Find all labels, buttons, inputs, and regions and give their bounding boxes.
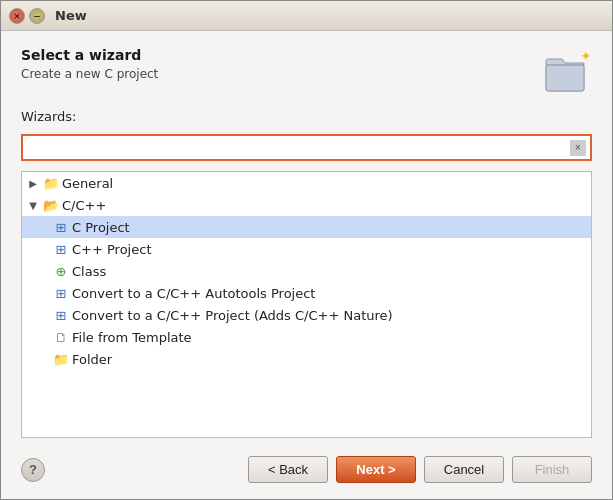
tree-label-convert-autotools: Convert to a C/C++ Autotools Project — [72, 286, 315, 301]
file-icon-convert-autotools: ⊞ — [53, 285, 69, 301]
finish-button[interactable]: Finish — [512, 456, 592, 483]
wizard-icon-svg: ✦ — [540, 47, 592, 99]
arrow-file-template — [36, 330, 50, 344]
select-wizard-subtitle: Create a new C project — [21, 67, 158, 81]
header-text: Select a wizard Create a new C project — [21, 47, 158, 81]
finish-label: Finish — [535, 462, 570, 477]
arrow-convert-nature — [36, 308, 50, 322]
wizards-label: Wizards: — [21, 109, 592, 124]
cancel-label: Cancel — [444, 462, 484, 477]
file-icon-template: 🗋 — [53, 329, 69, 345]
arrow-class — [36, 264, 50, 278]
icon-class: ⊕ — [53, 263, 69, 279]
close-icon: × — [13, 11, 21, 21]
next-button[interactable]: Next > — [336, 456, 416, 483]
select-wizard-title: Select a wizard — [21, 47, 158, 63]
back-button[interactable]: < Back — [248, 456, 328, 483]
tree-item-file-template[interactable]: 🗋 File from Template — [22, 326, 591, 348]
file-icon-cpp-project: ⊞ — [53, 241, 69, 257]
tree-label-convert-nature: Convert to a C/C++ Project (Adds C/C++ N… — [72, 308, 393, 323]
search-clear-button[interactable]: × — [570, 140, 586, 156]
svg-rect-1 — [546, 65, 584, 91]
folder-icon-general: 📁 — [43, 175, 59, 191]
titlebar: × − New — [1, 1, 612, 31]
tree-item-cpp-project[interactable]: ⊞ C++ Project — [22, 238, 591, 260]
tree-label-file-template: File from Template — [72, 330, 192, 345]
file-icon-c-project: ⊞ — [53, 219, 69, 235]
folder-icon-folder: 📁 — [53, 351, 69, 367]
help-icon: ? — [29, 462, 37, 477]
search-row: × — [21, 134, 592, 161]
close-button[interactable]: × — [9, 8, 25, 24]
tree-item-general[interactable]: ▶ 📁 General — [22, 172, 591, 194]
arrow-cpp-project — [36, 242, 50, 256]
tree-item-cpp[interactable]: ▼ 📂 C/C++ — [22, 194, 591, 216]
minimize-button[interactable]: − — [29, 8, 45, 24]
wizard-icon: ✦ — [540, 47, 592, 99]
folder-icon-cpp: 📂 — [43, 197, 59, 213]
tree-label-class: Class — [72, 264, 106, 279]
arrow-folder — [36, 352, 50, 366]
window-title: New — [55, 8, 87, 23]
content-area: Select a wizard Create a new C project ✦… — [1, 31, 612, 499]
tree-label-cpp-project: C++ Project — [72, 242, 151, 257]
tree-label-cpp: C/C++ — [62, 198, 106, 213]
tree-label-general: General — [62, 176, 113, 191]
next-label: Next > — [356, 462, 395, 477]
cancel-button[interactable]: Cancel — [424, 456, 504, 483]
window-controls: × − — [9, 8, 45, 24]
arrow-cpp: ▼ — [26, 198, 40, 212]
tree-label-folder: Folder — [72, 352, 112, 367]
buttons-right: < Back Next > Cancel Finish — [248, 456, 592, 483]
tree-label-c-project: C Project — [72, 220, 130, 235]
back-label: < Back — [268, 462, 308, 477]
tree-item-folder[interactable]: 📁 Folder — [22, 348, 591, 370]
tree-item-convert-nature[interactable]: ⊞ Convert to a C/C++ Project (Adds C/C++… — [22, 304, 591, 326]
clear-icon: × — [575, 142, 581, 153]
tree-item-convert-autotools[interactable]: ⊞ Convert to a C/C++ Autotools Project — [22, 282, 591, 304]
arrow-general: ▶ — [26, 176, 40, 190]
tree-container[interactable]: ▶ 📁 General ▼ 📂 C/C++ ⊞ C Project ⊞ C++ … — [21, 171, 592, 438]
tree-item-class[interactable]: ⊕ Class — [22, 260, 591, 282]
search-input[interactable] — [27, 138, 570, 157]
minimize-icon: − — [33, 11, 41, 21]
svg-text:✦: ✦ — [580, 48, 592, 64]
file-icon-convert-nature: ⊞ — [53, 307, 69, 323]
bottom-row: ? < Back Next > Cancel Finish — [21, 448, 592, 487]
help-button[interactable]: ? — [21, 458, 45, 482]
arrow-convert-autotools — [36, 286, 50, 300]
main-window: × − New Select a wizard Create a new C p… — [0, 0, 613, 500]
header-row: Select a wizard Create a new C project ✦ — [21, 47, 592, 99]
tree-item-c-project[interactable]: ⊞ C Project — [22, 216, 591, 238]
arrow-c-project — [36, 220, 50, 234]
